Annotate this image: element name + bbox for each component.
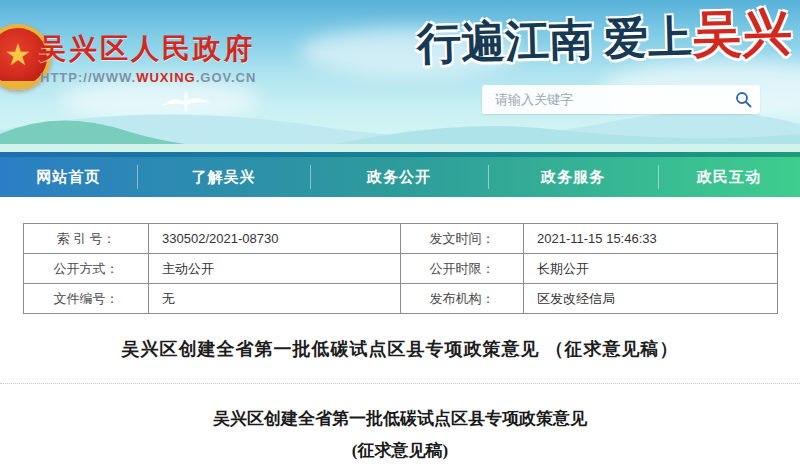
doc-number-value: 无 (149, 284, 401, 314)
disclosure-method-label: 公开方式： (24, 254, 149, 284)
emblem-ribbon (1, 81, 35, 89)
url-suffix: .GOV.CN (196, 70, 257, 85)
nav-item-interaction[interactable]: 政民互动 (658, 157, 800, 197)
article-title-line1: 吴兴区创建全省第一批低碳试点区县专项政策意见 (0, 403, 800, 435)
issuing-agency-value: 区发改经信局 (524, 284, 778, 314)
search-button[interactable] (726, 85, 760, 114)
table-row: 索 引 号： 330502/2021-08730 发文时间： 2021-11-1… (24, 224, 778, 254)
publish-time-label: 发文时间： (401, 224, 524, 254)
article-body: 吴兴区创建全省第一批低碳试点区县专项政策意见 (征求意见稿) (0, 403, 800, 466)
index-number-value: 330502/2021-08730 (149, 224, 401, 254)
site-title: 吴兴区人民政府 (38, 30, 255, 68)
nav-item-about[interactable]: 了解吴兴 (137, 157, 310, 197)
search-icon (735, 91, 752, 108)
divider (0, 383, 800, 384)
main-nav: 网站首页 了解吴兴 政务公开 政务服务 政民互动 (0, 157, 800, 197)
table-row: 公开方式： 主动公开 公开时限： 长期公开 (24, 254, 778, 284)
nav-item-home[interactable]: 网站首页 (0, 157, 137, 197)
site-header: ★ 吴兴区人民政府 HTTP://WWW.WUXING.GOV.CN 行遍江南 … (0, 0, 800, 152)
disclosure-period-label: 公开时限： (401, 254, 524, 284)
article-title-line2: (征求意见稿) (0, 435, 800, 466)
egret-bird-icon (160, 90, 212, 116)
nav-item-gov-service[interactable]: 政务服务 (488, 157, 658, 197)
disclosure-method-value: 主动公开 (149, 254, 401, 284)
publish-time-value: 2021-11-15 15:46:33 (524, 224, 778, 254)
page-title: 吴兴区创建全省第一批低碳试点区县专项政策意见 （征求意见稿） (0, 337, 800, 361)
slogan-part1: 行遍江南 爱上 (416, 13, 692, 69)
issuing-agency-label: 发布机构： (401, 284, 524, 314)
nav-item-gov-info[interactable]: 政务公开 (310, 157, 488, 197)
slogan-part2: 吴兴 (691, 4, 792, 63)
doc-info-table: 索 引 号： 330502/2021-08730 发文时间： 2021-11-1… (23, 223, 778, 314)
site-url: HTTP://WWW.WUXING.GOV.CN (40, 70, 256, 85)
search-input[interactable] (482, 92, 726, 107)
page: ★ 吴兴区人民政府 HTTP://WWW.WUXING.GOV.CN 行遍江南 … (0, 0, 800, 466)
doc-number-label: 文件编号： (24, 284, 149, 314)
banner-slogan: 行遍江南 爱上吴兴 (416, 0, 793, 76)
index-number-label: 索 引 号： (24, 224, 149, 254)
disclosure-period-value: 长期公开 (524, 254, 778, 284)
search-box (482, 85, 760, 114)
table-row: 文件编号： 无 发布机构： 区发改经信局 (24, 284, 778, 314)
url-highlight: WUXING (136, 70, 195, 85)
url-prefix: HTTP://WWW. (40, 70, 136, 85)
star-icon: ★ (5, 40, 32, 70)
